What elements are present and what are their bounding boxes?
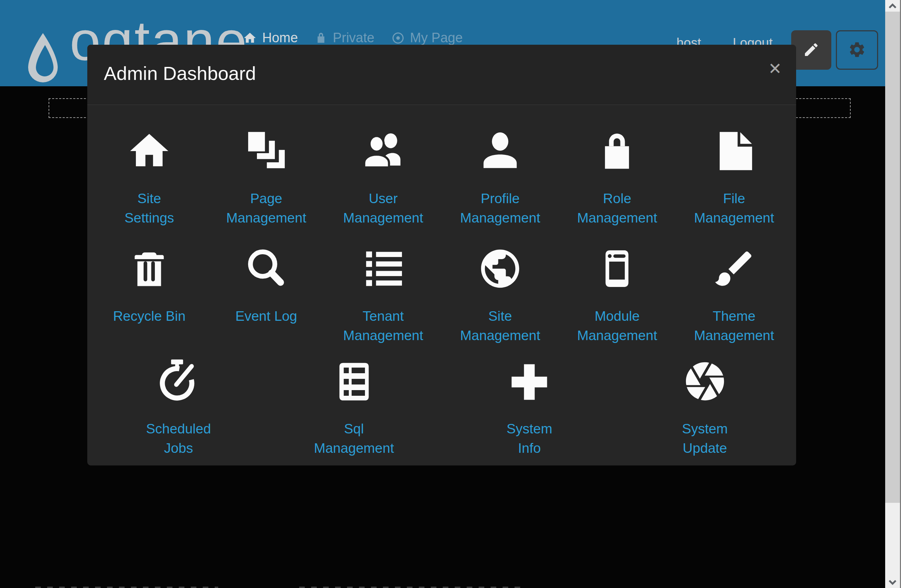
admin-dashboard-modal: Admin Dashboard ✕ SiteSettings PageManag… bbox=[87, 45, 796, 465]
pages-icon bbox=[243, 121, 289, 174]
admin-tile-scheduled-jobs[interactable]: ScheduledJobs bbox=[91, 351, 267, 458]
water-drop-icon bbox=[25, 33, 61, 85]
admin-tile-site-management[interactable]: SiteManagement bbox=[442, 239, 558, 345]
tile-label: ScheduledJobs bbox=[146, 419, 211, 458]
chevron-up-icon bbox=[888, 3, 897, 9]
edit-mode-button[interactable] bbox=[791, 30, 831, 70]
home-icon bbox=[126, 121, 172, 174]
admin-tile-profile-management[interactable]: ProfileManagement bbox=[442, 121, 558, 228]
list-icon bbox=[360, 239, 406, 292]
admin-tile-user-management[interactable]: UserManagement bbox=[325, 121, 442, 228]
lock-icon bbox=[595, 121, 639, 174]
tile-label: SiteSettings bbox=[125, 189, 174, 228]
settings-button[interactable] bbox=[836, 30, 878, 70]
nav-item-my-page[interactable]: My Page bbox=[391, 30, 463, 45]
shutter-icon bbox=[682, 351, 728, 404]
tile-label: Recycle Bin bbox=[113, 306, 186, 326]
home-icon bbox=[243, 31, 257, 45]
nav-item-label: Private bbox=[333, 30, 374, 45]
page: oqtane Home Private My Page host Logout bbox=[0, 0, 901, 588]
tile-label: ModuleManagement bbox=[577, 306, 658, 345]
globe-icon bbox=[477, 239, 523, 292]
nav-item-label: Home bbox=[262, 30, 298, 45]
scrollbar-thumb[interactable] bbox=[885, 12, 900, 503]
target-icon bbox=[391, 31, 405, 45]
lock-icon bbox=[315, 32, 327, 44]
tile-label: UserManagement bbox=[343, 189, 423, 228]
admin-tile-page-management[interactable]: PageManagement bbox=[208, 121, 324, 228]
timer-icon bbox=[155, 351, 202, 404]
close-icon[interactable]: ✕ bbox=[765, 59, 785, 78]
admin-tile-theme-management[interactable]: ThemeManagement bbox=[676, 239, 793, 345]
tile-label: RoleManagement bbox=[577, 189, 658, 228]
admin-tile-event-log[interactable]: Event Log bbox=[208, 239, 324, 345]
file-icon bbox=[711, 121, 757, 174]
tile-label: TenantManagement bbox=[343, 306, 423, 345]
pencil-icon bbox=[803, 41, 820, 59]
tile-label: SystemUpdate bbox=[682, 419, 728, 458]
clipped-pane-fragment bbox=[35, 586, 218, 588]
tiles-row-1: SiteSettings PageManagement UserManageme… bbox=[87, 121, 796, 228]
person-icon bbox=[477, 121, 523, 174]
tile-label: SiteManagement bbox=[460, 306, 540, 345]
tile-label: PageManagement bbox=[226, 189, 307, 228]
admin-tile-system-info[interactable]: SystemInfo bbox=[442, 351, 617, 458]
scroll-down-button[interactable] bbox=[885, 576, 900, 588]
admin-tile-role-management[interactable]: RoleManagement bbox=[558, 121, 675, 228]
clipped-pane-fragment bbox=[299, 586, 524, 588]
tiles-row-3: ScheduledJobs SqlManagement SystemInfo S… bbox=[87, 351, 796, 458]
nav-item-label: My Page bbox=[410, 30, 463, 45]
chevron-down-icon bbox=[888, 580, 897, 585]
search-icon bbox=[243, 239, 289, 292]
main-nav: Home Private My Page bbox=[243, 30, 463, 45]
tile-label: SystemInfo bbox=[507, 419, 552, 458]
people-icon bbox=[359, 121, 407, 174]
admin-tile-tenant-management[interactable]: TenantManagement bbox=[325, 239, 442, 345]
nav-item-private[interactable]: Private bbox=[315, 30, 374, 45]
admin-tile-module-management[interactable]: ModuleManagement bbox=[558, 239, 675, 345]
admin-tile-recycle-bin[interactable]: Recycle Bin bbox=[91, 239, 208, 345]
tiles-row-2: Recycle Bin Event Log TenantManagement S… bbox=[87, 239, 796, 345]
trash-icon bbox=[128, 239, 171, 292]
plus-icon bbox=[507, 351, 552, 404]
brush-icon bbox=[711, 239, 757, 292]
tile-label: ProfileManagement bbox=[460, 189, 540, 228]
window-icon bbox=[594, 239, 640, 292]
modal-title: Admin Dashboard bbox=[104, 62, 256, 84]
vertical-scrollbar[interactable] bbox=[885, 0, 901, 588]
admin-tile-file-management[interactable]: FileManagement bbox=[676, 121, 793, 228]
nav-item-home[interactable]: Home bbox=[243, 30, 298, 45]
tile-label: FileManagement bbox=[694, 189, 774, 228]
tile-label: SqlManagement bbox=[314, 419, 394, 458]
admin-tile-system-update[interactable]: SystemUpdate bbox=[617, 351, 793, 458]
admin-tile-sql-management[interactable]: SqlManagement bbox=[267, 351, 442, 458]
gear-icon bbox=[848, 41, 866, 60]
admin-tile-site-settings[interactable]: SiteSettings bbox=[91, 121, 208, 228]
modal-header: Admin Dashboard ✕ bbox=[87, 45, 796, 105]
scroll-up-button[interactable] bbox=[885, 0, 900, 12]
table-icon bbox=[332, 351, 377, 404]
tile-label: ThemeManagement bbox=[694, 306, 774, 345]
tile-label: Event Log bbox=[235, 306, 298, 326]
